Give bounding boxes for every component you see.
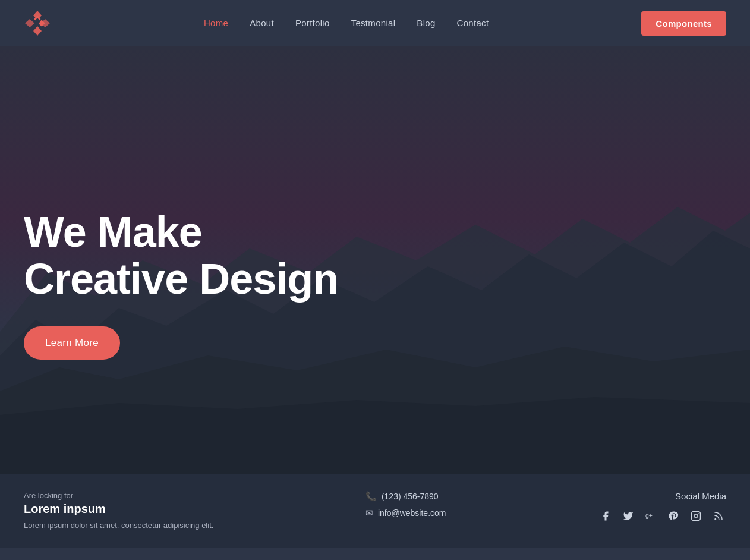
nav-item-about[interactable]: About — [250, 18, 274, 29]
footer-contact: 📞 (123) 456-7890 ✉ info@website.com — [365, 491, 446, 518]
logo[interactable] — [24, 10, 51, 37]
nav-item-contact[interactable]: Contact — [457, 18, 489, 29]
footer-company-name: Lorem inpsum — [24, 502, 213, 516]
footer-left: Are locking for Lorem inpsum Lorem ipsum… — [24, 491, 213, 531]
nav-links: Home About Portfolio Testmonial Blog Con… — [204, 18, 489, 29]
nav-item-portfolio[interactable]: Portfolio — [295, 18, 330, 29]
svg-marker-11 — [0, 397, 750, 474]
learn-more-button[interactable]: Learn More — [24, 326, 120, 360]
pinterest-icon[interactable] — [666, 508, 681, 524]
phone-icon: 📞 — [365, 491, 377, 502]
footer-phone: 📞 (123) 456-7890 — [365, 491, 439, 502]
rss-icon[interactable] — [711, 508, 726, 524]
footer-looking-label: Are locking for — [24, 491, 213, 500]
footer: Are locking for Lorem inpsum Lorem ipsum… — [0, 474, 750, 548]
svg-point-15 — [715, 519, 716, 520]
social-icons-row: g+ — [598, 508, 726, 524]
hero-title: We Make Creative Design — [24, 209, 750, 303]
svg-marker-3 — [33, 26, 42, 36]
svg-text:g+: g+ — [645, 512, 653, 519]
nav-item-home[interactable]: Home — [204, 18, 228, 29]
hero-section: We Make Creative Design Learn More — [0, 46, 750, 474]
googleplus-icon[interactable]: g+ — [643, 508, 658, 524]
instagram-icon[interactable] — [688, 508, 704, 524]
nav-item-testmonial[interactable]: Testmonial — [351, 18, 396, 29]
social-media-label: Social Media — [675, 491, 726, 501]
footer-social: Social Media g+ — [598, 491, 726, 524]
nav-item-blog[interactable]: Blog — [417, 18, 435, 29]
navbar: Home About Portfolio Testmonial Blog Con… — [0, 0, 750, 46]
footer-email: ✉ info@website.com — [365, 508, 446, 518]
svg-rect-13 — [692, 512, 701, 521]
twitter-icon[interactable] — [620, 508, 636, 524]
components-button[interactable]: Components — [641, 11, 726, 36]
svg-marker-4 — [25, 19, 34, 27]
facebook-icon[interactable] — [598, 508, 613, 524]
footer-description: Lorem ipsum dolor sit amet, consectetur … — [24, 520, 213, 531]
hero-content: We Make Creative Design Learn More — [24, 209, 750, 360]
email-icon: ✉ — [365, 508, 373, 518]
